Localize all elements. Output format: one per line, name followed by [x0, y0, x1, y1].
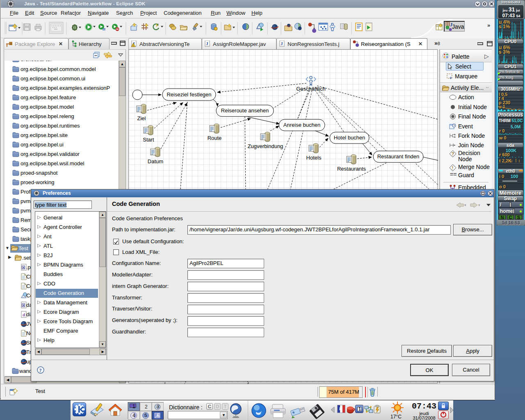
- svg-text:Restaurant finden: Restaurant finden: [377, 153, 420, 160]
- svg-text:Start: Start: [143, 137, 154, 143]
- svg-text:▾: ▾: [478, 203, 480, 207]
- svg-text:J: J: [281, 41, 283, 46]
- svg-text:!: !: [452, 166, 453, 170]
- svg-text:!: !: [133, 44, 134, 47]
- svg-text:d: d: [23, 312, 25, 317]
- svg-text:Reiseroute ansehen: Reiseroute ansehen: [221, 107, 269, 114]
- svg-text:▾: ▾: [464, 203, 466, 207]
- svg-text:Route: Route: [208, 135, 222, 141]
- svg-text:Restaurants: Restaurants: [337, 166, 366, 172]
- svg-text:Datum: Datum: [148, 158, 163, 164]
- svg-text:Reiseziel festlegen: Reiseziel festlegen: [167, 91, 211, 98]
- svg-text:?: ?: [39, 368, 42, 373]
- svg-text:Zugverbindung: Zugverbindung: [248, 143, 283, 149]
- svg-text:Hotel buchen: Hotel buchen: [334, 135, 365, 141]
- svg-text:Hotels: Hotels: [306, 155, 322, 161]
- svg-text:J: J: [206, 41, 208, 46]
- svg-text:Anreise buchen: Anreise buchen: [283, 122, 320, 128]
- svg-text:?: ?: [452, 152, 454, 156]
- svg-text:Geschäftlich: Geschäftlich: [296, 86, 326, 92]
- svg-text:Ziel: Ziel: [137, 115, 146, 121]
